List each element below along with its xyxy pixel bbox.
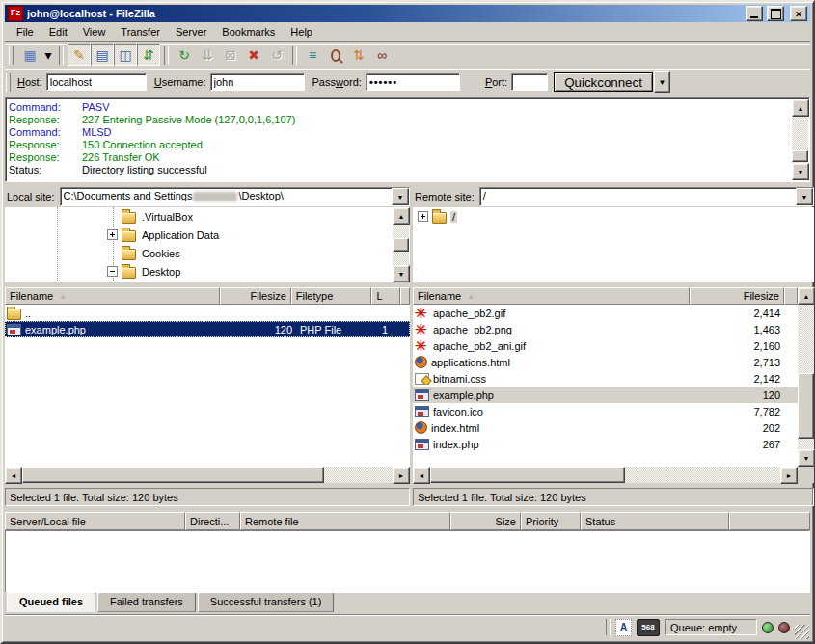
remote-list-vscrollbar[interactable]: ▲ ▼ bbox=[798, 287, 814, 467]
scroll-track[interactable] bbox=[792, 117, 808, 163]
refresh-button[interactable]: ↻ bbox=[173, 44, 196, 66]
local-list-hscrollbar[interactable]: ◄ ► bbox=[5, 467, 410, 483]
data-type-icon[interactable]: A bbox=[615, 619, 632, 636]
file-row[interactable]: index.php267 bbox=[413, 436, 798, 452]
toggle-remote-tree-button[interactable]: ◫ bbox=[114, 44, 137, 66]
close-button[interactable] bbox=[790, 6, 807, 21]
site-manager-dropdown-button[interactable]: ▾ bbox=[41, 44, 55, 66]
resize-grip[interactable] bbox=[795, 625, 809, 639]
maximize-button[interactable] bbox=[767, 6, 784, 21]
queue-column-header-priority[interactable]: Priority bbox=[521, 512, 581, 530]
tree-item[interactable]: / bbox=[413, 207, 814, 226]
tab-failed-transfers[interactable]: Failed transfers bbox=[97, 592, 196, 612]
tree-item[interactable]: Desktop bbox=[5, 262, 410, 281]
port-input[interactable] bbox=[511, 73, 548, 91]
minimize-button[interactable] bbox=[746, 6, 763, 21]
synchronized-browsing-button[interactable]: ⇅ bbox=[347, 44, 370, 66]
scroll-thumb[interactable] bbox=[430, 467, 625, 483]
tree-item[interactable]: Application Data bbox=[5, 226, 410, 244]
expand-icon[interactable] bbox=[418, 211, 428, 222]
toggle-local-tree-button[interactable]: ▤ bbox=[91, 44, 114, 66]
file-row[interactable]: bitnami.css2,142 bbox=[413, 370, 798, 387]
scroll-track[interactable] bbox=[430, 467, 780, 483]
file-row[interactable]: apache_pb2_ani.gif2,160 bbox=[413, 337, 798, 354]
tree-item[interactable]: .VirtualBox bbox=[5, 207, 410, 226]
file-row[interactable]: apache_pb2.gif2,414 bbox=[413, 305, 798, 321]
toggle-queue-button[interactable]: ⇵ bbox=[137, 44, 160, 66]
toolbar-grip[interactable] bbox=[9, 46, 14, 65]
chevron-down-icon[interactable]: ▼ bbox=[392, 188, 409, 205]
remote-site-combobox[interactable]: / ▼ bbox=[479, 187, 814, 206]
toggle-message-log-button[interactable]: ✎ bbox=[68, 44, 91, 66]
column-header-l[interactable]: L bbox=[371, 287, 400, 305]
queue-list[interactable] bbox=[5, 530, 810, 593]
expand-icon[interactable] bbox=[107, 229, 118, 240]
scroll-track[interactable] bbox=[393, 225, 409, 265]
file-row[interactable]: .. bbox=[5, 305, 410, 321]
queue-column-header-serverlocalfile[interactable]: Server/Local file bbox=[5, 512, 185, 530]
disconnect-button[interactable]: ✖ bbox=[242, 44, 265, 66]
collapse-icon[interactable] bbox=[107, 266, 118, 277]
column-header-filename[interactable]: Filename▲ bbox=[413, 287, 690, 305]
chevron-down-icon[interactable]: ▼ bbox=[796, 188, 813, 205]
scroll-track[interactable] bbox=[798, 305, 814, 449]
file-row[interactable]: apache_pb2.png1,463 bbox=[413, 321, 798, 337]
menu-file[interactable]: File bbox=[9, 23, 41, 40]
column-header-filename[interactable]: Filename▲ bbox=[5, 287, 220, 305]
process-queue-button[interactable]: ⇊ bbox=[196, 44, 219, 66]
scroll-thumb[interactable] bbox=[798, 373, 814, 439]
queue-column-header-status[interactable]: Status bbox=[581, 512, 729, 530]
toolbar-grip[interactable] bbox=[6, 73, 11, 92]
scroll-left-icon[interactable]: ◄ bbox=[5, 467, 22, 484]
queue-column-header-size[interactable]: Size bbox=[450, 512, 521, 530]
scroll-up-icon[interactable]: ▲ bbox=[792, 99, 809, 117]
username-input[interactable] bbox=[210, 73, 305, 91]
scroll-thumb[interactable] bbox=[22, 467, 324, 483]
menu-server[interactable]: Server bbox=[168, 23, 214, 40]
menu-help[interactable]: Help bbox=[283, 23, 320, 40]
filter-button[interactable]: ≡ bbox=[301, 44, 324, 66]
file-row[interactable]: example.php120 bbox=[413, 387, 798, 403]
speed-limit-icon[interactable]: 568 bbox=[637, 619, 660, 636]
column-header-filesize[interactable]: Filesize bbox=[220, 287, 291, 305]
file-row[interactable]: example.php120PHP File1 bbox=[5, 321, 410, 337]
local-site-combobox[interactable]: C:\Documents and Settings\Desktop\ ▼ bbox=[60, 187, 410, 206]
host-input[interactable] bbox=[46, 73, 147, 91]
column-header-filetype[interactable]: Filetype bbox=[291, 287, 372, 305]
scroll-down-icon[interactable]: ▼ bbox=[798, 449, 815, 467]
log-scrollbar[interactable]: ▲ ▼ bbox=[792, 99, 808, 180]
scroll-down-icon[interactable]: ▼ bbox=[792, 163, 809, 180]
scroll-thumb[interactable] bbox=[393, 238, 409, 252]
scroll-thumb[interactable] bbox=[792, 150, 808, 162]
password-input[interactable] bbox=[366, 73, 460, 91]
scroll-track[interactable] bbox=[22, 467, 393, 483]
remote-list-hscrollbar[interactable]: ◄ ► bbox=[413, 467, 798, 483]
reconnect-button[interactable]: ↺ bbox=[265, 44, 288, 66]
scroll-right-icon[interactable]: ► bbox=[780, 467, 798, 484]
tab-queued-files[interactable]: Queued files bbox=[7, 592, 95, 612]
scroll-up-icon[interactable]: ▲ bbox=[393, 207, 410, 225]
quickconnect-button[interactable]: Quickconnect bbox=[554, 72, 653, 92]
file-row[interactable]: applications.html2,713 bbox=[413, 354, 798, 370]
cancel-transfer-button[interactable]: ⊠ bbox=[219, 44, 242, 66]
menu-edit[interactable]: Edit bbox=[41, 23, 75, 40]
scroll-down-icon[interactable]: ▼ bbox=[393, 265, 410, 282]
tree-item[interactable]: Cookies bbox=[5, 244, 410, 262]
tab-successful-transfers-[interactable]: Successful transfers (1) bbox=[198, 592, 335, 612]
file-row[interactable]: index.html202 bbox=[413, 419, 798, 436]
directory-comparison-button[interactable] bbox=[324, 44, 347, 66]
scroll-left-icon[interactable]: ◄ bbox=[413, 467, 430, 484]
quickconnect-dropdown-button[interactable]: ▼ bbox=[654, 71, 670, 93]
queue-column-header-remotefile[interactable]: Remote file bbox=[240, 512, 450, 530]
local-tree-scrollbar[interactable]: ▲ ▼ bbox=[393, 207, 409, 282]
menu-transfer[interactable]: Transfer bbox=[113, 23, 168, 40]
file-row[interactable]: favicon.ico7,782 bbox=[413, 403, 798, 419]
queue-column-header-directi[interactable]: Directi... bbox=[185, 512, 240, 530]
column-header-filesize[interactable]: Filesize bbox=[690, 287, 784, 305]
menu-view[interactable]: View bbox=[75, 23, 114, 40]
find-files-button[interactable]: ∞ bbox=[370, 44, 394, 66]
scroll-right-icon[interactable]: ► bbox=[393, 467, 410, 484]
scroll-up-icon[interactable]: ▲ bbox=[798, 287, 815, 305]
menu-bookmarks[interactable]: Bookmarks bbox=[214, 23, 283, 40]
site-manager-button[interactable]: ▦ bbox=[18, 44, 41, 66]
